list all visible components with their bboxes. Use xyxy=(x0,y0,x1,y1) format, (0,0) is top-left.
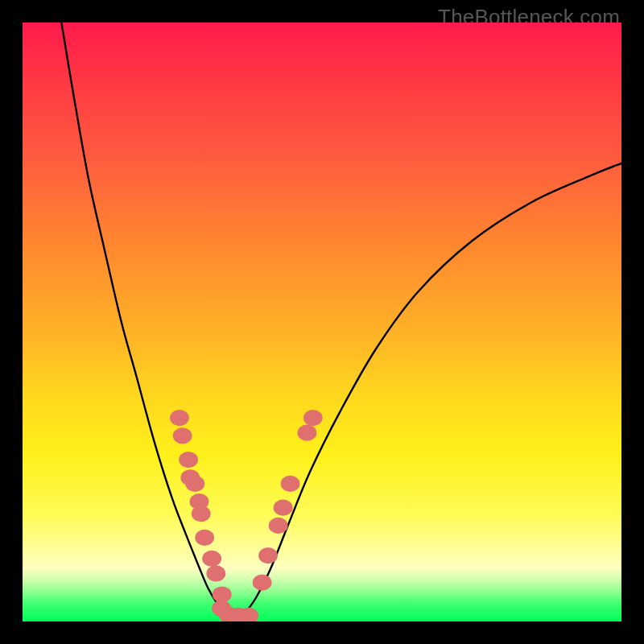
scatter-dot xyxy=(170,410,189,426)
left-curve xyxy=(61,23,226,614)
scatter-dot xyxy=(195,530,214,546)
scatter-dot xyxy=(185,476,204,492)
scatter-dot xyxy=(281,476,300,492)
scatter-dot xyxy=(297,425,316,441)
scatter-dot xyxy=(173,427,192,444)
right-curve xyxy=(244,163,621,614)
scatter-dots xyxy=(170,410,323,621)
scatter-dot xyxy=(179,452,198,468)
chart-frame: TheBottleneck.com xyxy=(0,0,644,644)
scatter-dot xyxy=(192,506,211,522)
scatter-dot xyxy=(206,565,225,581)
plot-svg xyxy=(23,23,621,621)
scatter-dot xyxy=(269,518,288,534)
scatter-dot xyxy=(253,575,272,591)
plot-area xyxy=(23,23,621,621)
scatter-dot xyxy=(258,547,278,564)
scatter-dot xyxy=(274,500,293,516)
scatter-dot xyxy=(202,551,221,567)
scatter-dot xyxy=(303,410,323,426)
